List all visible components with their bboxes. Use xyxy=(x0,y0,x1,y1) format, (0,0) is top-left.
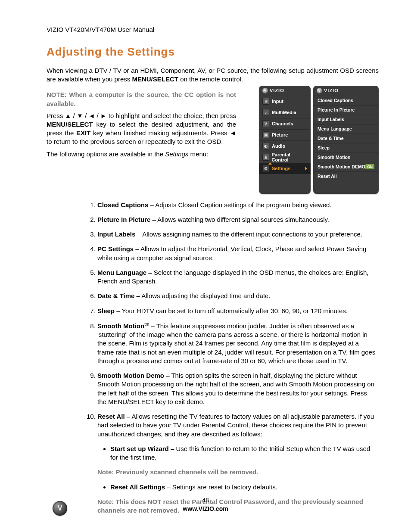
list-item: Closed Captions – Adjusts Closed Caption… xyxy=(97,201,379,209)
sub-note: Note: Previously scanned channels will b… xyxy=(97,468,377,476)
item-desc: – Allows adjusting the displayed time an… xyxy=(134,292,270,299)
parental-icon: ♟ xyxy=(262,154,269,161)
label: Input xyxy=(272,99,283,104)
osd-item-settings: ⚙ Settings xyxy=(259,163,311,174)
list-item: Menu Language – Select the language disp… xyxy=(97,268,379,286)
item-title: Reset All Settings xyxy=(110,483,165,491)
osd-brand: V VIZIO xyxy=(313,86,379,96)
arrow-right-icon xyxy=(305,167,307,170)
label: Audio xyxy=(272,143,285,149)
menu-select-key: MENU/SELECT xyxy=(47,121,93,128)
osd-item-multimedia: ♪MultiMedia xyxy=(259,107,311,118)
osd-main-menu: V VIZIO ⎚Input ♪MultiMedia ∀Channels ▣Pi… xyxy=(259,86,311,194)
label: Smooth Motion xyxy=(318,155,350,160)
menu-select-key: MENU/SELECT xyxy=(132,75,178,83)
label: Closed Captions xyxy=(318,98,353,103)
intro-paragraph: When viewing a DTV / TV or an HDMI, Comp… xyxy=(47,66,379,84)
label: Sleep xyxy=(318,145,330,150)
list-item: Input Labels – Allows assigning names to… xyxy=(97,230,379,239)
item-title: Smooth Motion Demo xyxy=(97,372,164,379)
page-footer: 48 www.VIZIO.com xyxy=(0,497,411,512)
page-number: 48 xyxy=(0,497,411,504)
text: key when finished making adjustments. Pr… xyxy=(90,129,230,137)
text: The following options are available in t… xyxy=(47,150,165,158)
settings-options-list: Closed Captions – Adjusts Closed Caption… xyxy=(47,201,379,515)
osd-item-parental: ♟Parental Control xyxy=(259,152,311,163)
item-desc: – Adjusts Closed Caption settings of the… xyxy=(148,201,331,208)
list-item: Sleep – Your HDTV can be set to turn off… xyxy=(97,307,379,315)
list-item: Picture In Picture – Allows watching two… xyxy=(97,215,379,224)
vizio-logo-icon: V xyxy=(317,88,322,93)
label: Channels xyxy=(272,121,293,126)
osd-brand: V VIZIO xyxy=(259,86,311,96)
item-desc: – Your HDTV can be set to turn off autom… xyxy=(115,307,348,314)
multimedia-icon: ♪ xyxy=(262,109,269,116)
label: Reset All xyxy=(318,174,337,179)
manual-header: VIZIO VT420M/VT470M User Manual xyxy=(47,26,379,33)
arrow-keys-icon: ▲ / ▼ / ◄ / ► xyxy=(65,112,107,119)
tm-superscript: tm xyxy=(144,322,149,327)
item-title: Smooth Motion xyxy=(97,322,144,330)
list-item: Date & Time – Allows adjusting the displ… xyxy=(97,292,379,300)
settings-icon: ⚙ xyxy=(262,165,269,172)
osd-sub-smoothdemo: Smooth Motion DEMOON xyxy=(313,162,379,171)
list-item: Reset All Settings – Settings are reset … xyxy=(110,483,377,492)
label: Menu Language xyxy=(318,126,352,131)
reset-sublist: Start set up Wizard – Use this function … xyxy=(97,445,377,462)
osd-sub-lang: Menu Language xyxy=(313,124,379,134)
osd-screenshots: V VIZIO ⎚Input ♪MultiMedia ∀Channels ▣Pi… xyxy=(259,86,379,194)
osd-sub-datetime: Date & Time xyxy=(313,134,379,143)
osd-item-picture: ▣Picture xyxy=(259,129,311,140)
label: Input Labels xyxy=(318,117,344,122)
item-title: Closed Captions xyxy=(97,201,148,208)
brand-text: VIZIO xyxy=(324,88,339,93)
exit-key: EXIT xyxy=(76,129,90,137)
vizio-logo-icon: V xyxy=(262,88,268,93)
osd-sub-inputlabels: Input Labels xyxy=(313,115,379,124)
nav-instructions: Press ▲ / ▼ / ◄ / ► to highlight and sel… xyxy=(47,112,236,146)
item-desc: – Allows assigning names to the differen… xyxy=(135,230,362,238)
list-item: Smooth Motiontm – This feature suppresse… xyxy=(97,321,379,365)
item-title: Picture In Picture xyxy=(97,216,150,223)
osd-item-input: ⎚Input xyxy=(259,96,311,107)
list-item: Smooth Motion Demo – This option splits … xyxy=(97,371,379,406)
item-desc: – Settings are reset to factory defaults… xyxy=(165,483,277,491)
arrow-up-icon xyxy=(268,162,272,165)
item-title: Menu Language xyxy=(97,269,146,276)
back-arrow-icon: ◄ xyxy=(230,129,236,137)
settings-word: Settings xyxy=(165,150,188,158)
label: Picture In Picture xyxy=(318,107,355,112)
item-desc: – Allows resetting the TV features to fa… xyxy=(97,413,374,438)
item-title: Start set up Wizard xyxy=(110,445,169,452)
osd-sub-cc: Closed Captions xyxy=(313,96,379,105)
section-title: Adjusting the Settings xyxy=(47,45,379,59)
text: menu: xyxy=(188,150,208,158)
list-item: PC Settings – Allows to adjust the Horiz… xyxy=(97,245,379,262)
item-title: Date & Time xyxy=(97,292,134,299)
item-desc: – Allows watching two different signal s… xyxy=(150,216,329,223)
osd-sub-sleep: Sleep xyxy=(313,143,379,152)
label: Date & Time xyxy=(318,136,344,141)
text: to return to the previous screen or repe… xyxy=(47,138,223,145)
reset-sublist: Reset All Settings – Settings are reset … xyxy=(97,483,377,492)
audio-icon: ◐ xyxy=(262,143,269,149)
text: on the remote control. xyxy=(178,75,243,83)
label: Settings xyxy=(272,166,290,171)
osd-sub-smooth: Smooth Motion xyxy=(313,152,379,162)
osd-item-audio: ◐Audio xyxy=(259,140,311,152)
label: Parental Control xyxy=(272,152,308,162)
input-icon: ⎚ xyxy=(262,98,269,105)
on-badge: ON xyxy=(365,164,374,169)
item-desc: – Allows to adjust the Horizontal, Verti… xyxy=(97,245,366,261)
item-title: Reset All xyxy=(97,413,125,420)
osd-sub-pip: Picture In Picture xyxy=(313,105,379,115)
note-cc-unavailable: NOTE: When a computer is the source, the… xyxy=(47,90,236,108)
text: Press xyxy=(47,112,65,119)
footer-url: www.VIZIO.com xyxy=(0,505,411,512)
picture-icon: ▣ xyxy=(262,131,269,138)
label: MultiMedia xyxy=(272,110,296,115)
brand-text: VIZIO xyxy=(270,88,284,93)
channels-icon: ∀ xyxy=(262,120,269,127)
label: Picture xyxy=(272,132,288,137)
item-title: PC Settings xyxy=(97,245,134,252)
